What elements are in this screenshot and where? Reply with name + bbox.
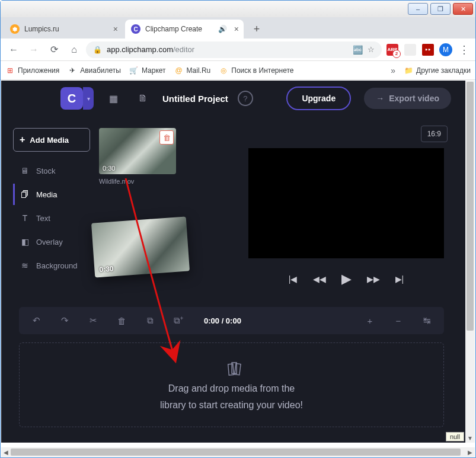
tab-audio-icon[interactable]: 🔊 xyxy=(218,25,227,33)
new-tab-button[interactable]: + xyxy=(248,21,265,37)
media-icon: 🗍 xyxy=(20,190,30,199)
group-button[interactable]: ⧉⁺ xyxy=(170,312,187,329)
preview-panel: 16:9 |◀ ◀◀ ▶ ▶▶ ▶| xyxy=(248,128,444,287)
media-library: 🗑 0:30 Wildlife.mov xyxy=(99,128,188,185)
vertical-scrollbar[interactable]: ▲ ▼ xyxy=(465,81,475,443)
aspect-ratio-button[interactable]: 16:9 xyxy=(421,126,448,142)
lock-icon: 🔒 xyxy=(93,46,102,54)
play-button[interactable]: ▶ xyxy=(341,271,352,287)
bookmarks-overflow-button[interactable]: » xyxy=(391,66,395,75)
app-menu-dropdown[interactable]: ▾ xyxy=(83,87,94,110)
plus-icon: + xyxy=(20,134,25,145)
dragging-media-ghost: 0:30 xyxy=(91,217,190,278)
zoom-out-button[interactable]: − xyxy=(389,312,407,329)
bookmark-mailru[interactable]: @Mail.Ru xyxy=(174,66,211,75)
zoom-in-button[interactable]: + xyxy=(361,312,379,329)
translate-icon[interactable]: 🔤 xyxy=(353,45,363,55)
tab-lumpics[interactable]: ✽ Lumpics.ru × xyxy=(4,20,123,39)
browser-tabstrip: ✽ Lumpics.ru × C Clipchamp Create 🔊 × + xyxy=(1,17,475,39)
sidebar-item-overlay[interactable]: ◧Overlay xyxy=(13,231,90,252)
null-badge: null xyxy=(446,432,464,441)
dropzone-text-line2: library to start creating your video! xyxy=(160,400,303,411)
fit-button[interactable]: ↹ xyxy=(418,312,436,329)
bookmark-search[interactable]: ◎Поиск в Интернете xyxy=(219,66,293,75)
export-video-button[interactable]: → Export video xyxy=(364,88,451,109)
stock-icon: 🖥 xyxy=(20,166,30,175)
bookmark-apps[interactable]: ⊞Приложения xyxy=(5,66,59,75)
video-library-icon[interactable]: ▦ xyxy=(103,88,123,108)
window-close-button[interactable]: ✕ xyxy=(453,3,473,15)
tab-title: Clipchamp Create xyxy=(145,25,202,33)
app-logo[interactable]: C xyxy=(60,87,83,110)
timeline-toolbar: ↶ ↷ ✂ 🗑 ⧉ ⧉⁺ 0:00 / 0:00 + − ↹ xyxy=(19,307,444,334)
help-button[interactable]: ? xyxy=(238,91,253,106)
overlay-icon: ◧ xyxy=(20,237,30,246)
tab-close-icon[interactable]: × xyxy=(234,24,239,34)
scroll-left-icon[interactable]: ◀ xyxy=(1,449,11,456)
scroll-down-icon[interactable]: ▼ xyxy=(465,433,475,443)
redo-button[interactable]: ↷ xyxy=(56,312,74,329)
tab-clipchamp[interactable]: C Clipchamp Create 🔊 × xyxy=(125,20,244,39)
layers-icon: ≋ xyxy=(20,261,30,270)
nav-reload-button[interactable]: ⟳ xyxy=(46,41,62,58)
window-maximize-button[interactable]: ❐ xyxy=(430,3,451,15)
rewind-button[interactable]: ◀◀ xyxy=(313,274,326,284)
arrow-right-icon: → xyxy=(376,94,384,103)
skip-end-button[interactable]: ▶| xyxy=(395,274,404,284)
ext-generic-icon[interactable] xyxy=(403,43,417,57)
skip-start-button[interactable]: |◀ xyxy=(289,274,298,284)
undo-button[interactable]: ↶ xyxy=(27,312,45,329)
dropzone-cards-icon: ▯▯▯ xyxy=(225,358,238,377)
fast-forward-button[interactable]: ▶▶ xyxy=(367,274,380,284)
url-text: app.clipchamp.com/editor xyxy=(107,45,348,54)
video-preview[interactable] xyxy=(248,148,444,258)
scroll-thumb[interactable] xyxy=(11,449,461,456)
window-minimize-button[interactable]: – xyxy=(408,3,428,15)
timeline-dropzone[interactable]: ▯▯▯ Drag and drop media from the library… xyxy=(19,342,444,427)
bookmark-market[interactable]: 🛒Маркет xyxy=(129,66,166,75)
favicon-lumpics-icon: ✽ xyxy=(10,24,20,34)
sidebar-item-stock[interactable]: 🖥Stock xyxy=(13,160,90,181)
market-icon: 🛒 xyxy=(129,66,139,75)
ext-adblock-icon[interactable]: ABP xyxy=(385,43,400,57)
scroll-right-icon[interactable]: ▶ xyxy=(465,449,475,456)
search-icon: ◎ xyxy=(219,66,228,75)
bookmark-other[interactable]: 📁Другие закладки xyxy=(404,66,471,75)
apps-icon: ⊞ xyxy=(5,66,15,75)
sidebar: + Add Media 🖥Stock 🗍Media TText ◧Overlay… xyxy=(13,128,90,276)
favicon-clipchamp-icon: C xyxy=(131,24,140,34)
document-icon[interactable]: 🗎 xyxy=(133,88,153,108)
split-button[interactable]: ✂ xyxy=(84,312,102,329)
browser-menu-button[interactable]: ⋮ xyxy=(456,43,471,57)
upgrade-button[interactable]: Upgrade xyxy=(286,87,351,110)
nav-home-button[interactable]: ⌂ xyxy=(66,41,82,58)
ext-adobe-icon[interactable]: ⁍⁍ xyxy=(421,43,435,57)
sidebar-item-background[interactable]: ≋Background xyxy=(13,255,90,276)
bookmarks-bar: ⊞Приложения ✈Авиабилеты 🛒Маркет @Mail.Ru… xyxy=(1,61,475,80)
media-filename: Wildlife.mov xyxy=(99,178,188,185)
window-titlebar: – ❐ ✕ xyxy=(1,1,475,17)
delete-button[interactable]: 🗑 xyxy=(113,312,130,329)
profile-avatar[interactable]: М xyxy=(439,43,453,57)
nav-back-button[interactable]: ← xyxy=(5,41,22,58)
media-thumbnail-wildlife[interactable]: 🗑 0:30 xyxy=(99,128,176,174)
sidebar-item-media[interactable]: 🗍Media xyxy=(13,184,90,205)
folder-icon: 📁 xyxy=(404,66,413,75)
horizontal-scrollbar[interactable]: ◀ ▶ xyxy=(1,447,475,457)
scroll-thumb[interactable] xyxy=(467,82,474,331)
playback-controls: |◀ ◀◀ ▶ ▶▶ ▶| xyxy=(248,271,444,287)
bookmark-star-icon[interactable]: ☆ xyxy=(368,45,375,54)
tab-close-icon[interactable]: × xyxy=(113,24,118,34)
bookmark-aviabilety[interactable]: ✈Авиабилеты xyxy=(68,66,121,75)
dropzone-text-line1: Drag and drop media from the xyxy=(168,383,295,394)
media-duration: 0:30 xyxy=(99,264,114,274)
project-title[interactable]: Untitled Project xyxy=(162,94,228,104)
plane-icon: ✈ xyxy=(68,66,77,75)
mail-icon: @ xyxy=(174,66,184,75)
address-bar[interactable]: 🔒 app.clipchamp.com/editor 🔤 ☆ xyxy=(86,41,382,58)
tab-title: Lumpics.ru xyxy=(24,25,59,33)
duplicate-button[interactable]: ⧉ xyxy=(141,312,159,329)
sidebar-item-text[interactable]: TText xyxy=(13,207,90,229)
add-media-button[interactable]: + Add Media xyxy=(13,128,90,152)
delete-media-button[interactable]: 🗑 xyxy=(159,130,174,145)
